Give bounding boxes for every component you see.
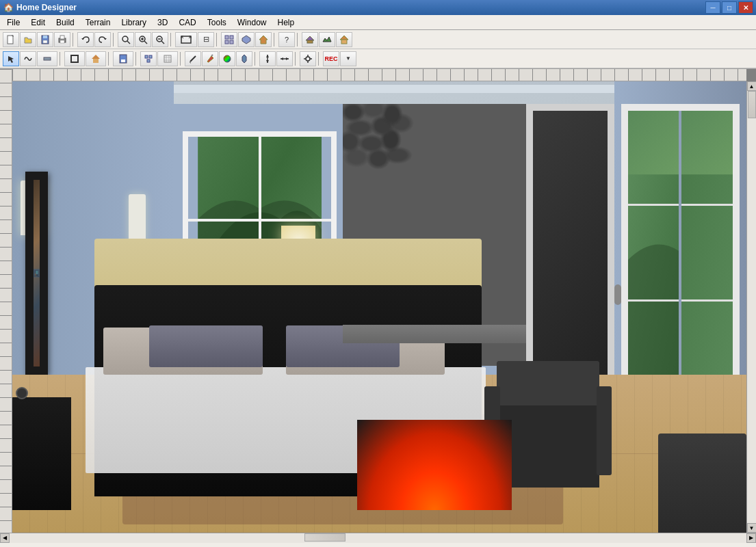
menu-cad[interactable]: CAD bbox=[173, 16, 201, 29]
main-viewport-area: ▲ ▼ bbox=[0, 69, 756, 533]
scroll-down-button[interactable]: ▼ bbox=[747, 523, 757, 533]
ruler-ticks-horizontal bbox=[12, 69, 746, 81]
svg-rect-33 bbox=[93, 59, 99, 63]
3d-viewport[interactable] bbox=[12, 81, 746, 533]
maximize-button[interactable]: □ bbox=[722, 1, 737, 14]
elevation-tool[interactable] bbox=[259, 51, 276, 66]
terrain-view-button[interactable] bbox=[319, 32, 335, 47]
scroll-thumb-horizontal[interactable] bbox=[304, 533, 346, 542]
svg-rect-31 bbox=[71, 55, 78, 62]
print-button[interactable] bbox=[54, 32, 70, 47]
undo-button[interactable] bbox=[77, 32, 94, 47]
toolbar-separator-11 bbox=[255, 52, 257, 66]
close-button[interactable]: ✕ bbox=[738, 1, 753, 14]
svg-rect-20 bbox=[230, 36, 233, 39]
scroll-thumb-vertical[interactable] bbox=[748, 91, 756, 118]
polyline-tool[interactable] bbox=[20, 51, 36, 66]
zoom-button[interactable] bbox=[118, 32, 134, 47]
svg-rect-2 bbox=[43, 36, 47, 38]
svg-marker-51 bbox=[266, 60, 269, 63]
toolbar-separator-12 bbox=[295, 52, 298, 66]
svg-marker-7 bbox=[81, 38, 84, 40]
window-controls: ─ □ ✕ bbox=[705, 1, 753, 14]
fill-button[interactable]: ⊟ bbox=[198, 32, 214, 47]
svg-line-10 bbox=[127, 41, 130, 44]
room-tool[interactable] bbox=[64, 51, 85, 66]
house-view-button[interactable] bbox=[255, 32, 272, 47]
toolbar-separator-6 bbox=[297, 33, 300, 46]
toolbar-separator-3 bbox=[170, 33, 173, 46]
record-dropdown[interactable]: ▼ bbox=[340, 51, 356, 66]
help-button[interactable]: ? bbox=[278, 32, 295, 47]
svg-rect-22 bbox=[230, 40, 233, 44]
save-tool[interactable] bbox=[113, 51, 133, 66]
component-tool[interactable] bbox=[140, 51, 157, 66]
menu-edit[interactable]: Edit bbox=[25, 16, 51, 29]
redo-button[interactable] bbox=[94, 32, 111, 47]
zoom-out-button[interactable] bbox=[152, 32, 168, 47]
fit-window-button[interactable] bbox=[175, 32, 197, 47]
fireplace-flames bbox=[357, 420, 511, 510]
toolbar-separator-9 bbox=[135, 52, 138, 66]
menu-help[interactable]: Help bbox=[272, 16, 300, 29]
house-tool[interactable] bbox=[86, 51, 106, 66]
menu-window[interactable]: Window bbox=[232, 16, 272, 29]
roof-button[interactable] bbox=[302, 32, 318, 47]
scroll-right-button[interactable]: ▶ bbox=[746, 533, 756, 543]
svg-rect-30 bbox=[44, 57, 51, 60]
3d-view-button[interactable] bbox=[238, 32, 255, 47]
menu-library[interactable]: Library bbox=[116, 16, 152, 29]
vertical-scrollbar[interactable]: ▲ ▼ bbox=[746, 81, 756, 533]
svg-line-17 bbox=[161, 41, 164, 44]
svg-rect-38 bbox=[147, 59, 150, 62]
texture-tool[interactable] bbox=[236, 51, 252, 66]
snap-tool[interactable] bbox=[300, 51, 316, 66]
record-button[interactable]: REC bbox=[323, 51, 339, 66]
house2-button[interactable] bbox=[336, 32, 352, 47]
toolbar-separator-4 bbox=[216, 33, 219, 46]
draw-tool[interactable] bbox=[185, 51, 201, 66]
menu-3d[interactable]: 3D bbox=[152, 16, 173, 29]
wall-tool[interactable] bbox=[37, 51, 57, 66]
open-button[interactable] bbox=[20, 32, 36, 47]
top-ruler bbox=[12, 69, 746, 81]
toolbar-separator-13 bbox=[318, 52, 321, 66]
menu-tools[interactable]: Tools bbox=[202, 16, 232, 29]
armchair bbox=[497, 361, 599, 488]
scroll-up-button[interactable]: ▲ bbox=[747, 81, 757, 91]
svg-rect-0 bbox=[8, 36, 13, 44]
transform-tool[interactable] bbox=[276, 51, 293, 66]
toolbar-area: ⊟ ? bbox=[0, 30, 756, 69]
svg-marker-27 bbox=[340, 36, 348, 40]
select-tool[interactable] bbox=[3, 51, 19, 66]
menu-build[interactable]: Build bbox=[51, 16, 80, 29]
grid-tool[interactable] bbox=[157, 51, 178, 66]
scroll-track-vertical[interactable] bbox=[747, 91, 757, 523]
toolbar-separator-5 bbox=[274, 33, 276, 46]
plan-view-button[interactable] bbox=[221, 32, 237, 47]
svg-rect-36 bbox=[145, 55, 148, 58]
svg-marker-53 bbox=[286, 57, 289, 60]
menu-terrain[interactable]: Terrain bbox=[80, 16, 116, 29]
svg-marker-24 bbox=[259, 36, 268, 44]
svg-marker-32 bbox=[92, 55, 100, 59]
new-button[interactable] bbox=[3, 32, 19, 47]
svg-rect-5 bbox=[60, 36, 64, 39]
svg-marker-29 bbox=[8, 56, 14, 63]
menu-file[interactable]: File bbox=[1, 16, 25, 29]
minimize-button[interactable]: ─ bbox=[705, 1, 720, 14]
horizontal-scrollbar[interactable]: ◀ ▶ bbox=[0, 533, 756, 542]
svg-rect-19 bbox=[225, 36, 229, 39]
svg-line-44 bbox=[190, 56, 196, 62]
paint-tool[interactable] bbox=[202, 51, 218, 66]
svg-rect-21 bbox=[225, 40, 229, 44]
zoom-in-button[interactable] bbox=[135, 32, 151, 47]
save-button[interactable] bbox=[37, 32, 53, 47]
material-tool[interactable] bbox=[219, 51, 235, 66]
scroll-track-horizontal[interactable] bbox=[10, 533, 746, 543]
toolbar-row-1: ⊟ ? bbox=[0, 30, 756, 49]
scroll-left-button[interactable]: ◀ bbox=[0, 533, 10, 543]
toolbar-separator-2 bbox=[113, 33, 116, 46]
svg-marker-8 bbox=[104, 38, 107, 40]
fireplace-opening bbox=[357, 420, 511, 510]
